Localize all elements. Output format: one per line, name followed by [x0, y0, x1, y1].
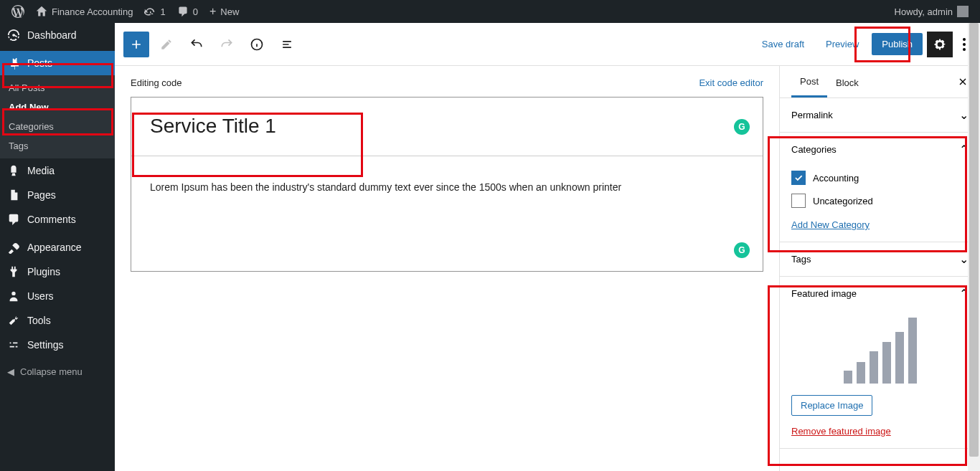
info-button[interactable] [244, 32, 270, 57]
update-icon [144, 6, 156, 17]
menu-appearance[interactable]: Appearance [0, 235, 115, 260]
close-panel-button[interactable] [957, 76, 969, 87]
pages-icon [7, 189, 22, 201]
media-icon [7, 164, 22, 177]
submenu-add-new[interactable]: Add New [0, 97, 115, 117]
comments-count: 0 [193, 6, 198, 17]
editor-main: Save draft Preview Publish Editing code … [115, 23, 980, 471]
collapse-label: Collapse menu [20, 366, 83, 377]
category-label: Uncategorized [813, 196, 873, 206]
info-icon [250, 37, 264, 52]
comment-icon [177, 6, 189, 17]
add-block-button[interactable] [123, 32, 149, 57]
post-title-input[interactable]: Service Title 1 G [131, 97, 763, 156]
grammarly-icon[interactable]: G [734, 119, 750, 135]
category-row: Uncategorized [791, 189, 969, 212]
svg-point-3 [963, 48, 966, 51]
tab-block[interactable]: Block [827, 67, 867, 97]
new-link[interactable]: + New [204, 0, 245, 23]
featured-image-section-header[interactable]: Featured image ⌃ [780, 277, 980, 310]
settings-panel: Post Block Permalink ⌄ Categories ⌃ [779, 66, 980, 471]
menu-comments[interactable]: Comments [0, 207, 115, 232]
collapse-menu[interactable]: ◀ Collapse menu [0, 361, 115, 383]
category-row: Accounting [791, 166, 969, 189]
menu-dashboard-label: Dashboard [27, 29, 77, 41]
featured-image-body: Replace Image Remove featured image [780, 310, 980, 448]
categories-label: Categories [791, 144, 837, 155]
menu-tools[interactable]: Tools [0, 308, 115, 333]
comments-link[interactable]: 0 [171, 0, 204, 23]
admin-sidebar: Dashboard Posts All Posts Add New Catego… [0, 23, 115, 471]
menu-settings[interactable]: Settings [0, 333, 115, 357]
publish-button[interactable]: Publish [872, 33, 923, 55]
menu-settings-label: Settings [27, 339, 64, 351]
comments-icon [7, 213, 22, 226]
redo-button[interactable] [214, 32, 240, 57]
category-label: Accounting [813, 173, 859, 184]
preview-button[interactable]: Preview [817, 33, 867, 55]
tags-section-header[interactable]: Tags ⌄ [780, 242, 980, 276]
svg-point-1 [963, 38, 966, 41]
post-content-text: Lorem Ipsum has been the industry's stan… [150, 181, 621, 193]
menu-posts[interactable]: Posts [0, 51, 115, 75]
category-checkbox-uncategorized[interactable] [791, 194, 806, 208]
categories-body: Accounting Uncategorized Add New Categor… [780, 166, 980, 242]
scrollbar-thumb[interactable] [969, 23, 979, 457]
wp-logo[interactable] [6, 0, 30, 23]
featured-image-preview[interactable] [791, 310, 969, 395]
new-label: New [220, 6, 239, 17]
menu-pages[interactable]: Pages [0, 183, 115, 207]
menu-plugins[interactable]: Plugins [0, 260, 115, 284]
post-content-input[interactable]: Lorem Ipsum has been the industry's stan… [131, 156, 763, 271]
submenu-posts: All Posts Add New Categories Tags [0, 75, 115, 158]
submenu-all-posts[interactable]: All Posts [0, 78, 115, 97]
check-icon [793, 173, 804, 183]
avatar [957, 6, 969, 17]
howdy-link[interactable]: Howdy, admin [889, 0, 974, 23]
menu-media[interactable]: Media [0, 158, 115, 183]
pin-icon [7, 57, 22, 70]
site-name-link[interactable]: Finance Accounting [30, 0, 138, 23]
appearance-icon [7, 241, 22, 254]
settings-toggle-button[interactable] [927, 32, 953, 57]
permalink-section-header[interactable]: Permalink ⌄ [780, 98, 980, 132]
collapse-icon: ◀ [7, 366, 14, 377]
menu-comments-label: Comments [27, 214, 76, 225]
scrollbar-track [968, 23, 980, 471]
more-vertical-icon [963, 38, 966, 51]
close-icon [957, 76, 969, 87]
submenu-tags[interactable]: Tags [0, 136, 115, 156]
plus-icon: + [209, 5, 216, 18]
redo-icon [220, 37, 234, 52]
remove-featured-image-link[interactable]: Remove featured image [791, 426, 891, 437]
category-checkbox-accounting[interactable] [791, 171, 806, 185]
post-title-text: Service Title 1 [150, 115, 276, 137]
settings-icon [7, 338, 22, 351]
dashboard-icon [7, 29, 22, 42]
replace-image-button[interactable]: Replace Image [791, 395, 872, 416]
grammarly-icon[interactable]: G [734, 242, 750, 258]
add-category-link[interactable]: Add New Category [791, 219, 870, 230]
exit-code-editor-link[interactable]: Exit code editor [699, 77, 763, 88]
editing-code-label: Editing code [131, 77, 182, 88]
menu-appearance-label: Appearance [27, 242, 82, 253]
menu-dashboard[interactable]: Dashboard [0, 23, 115, 47]
save-draft-button[interactable]: Save draft [753, 33, 813, 55]
bar-chart-icon [844, 318, 917, 384]
tags-label: Tags [791, 254, 811, 265]
outline-button[interactable] [274, 32, 300, 57]
categories-section-header[interactable]: Categories ⌃ [780, 133, 980, 166]
menu-users[interactable]: Users [0, 284, 115, 308]
code-editor-area: Service Title 1 G Lorem Ipsum has been t… [131, 97, 763, 272]
menu-tools-label: Tools [27, 315, 51, 326]
tab-post[interactable]: Post [791, 66, 827, 97]
undo-button[interactable] [184, 32, 209, 57]
updates-link[interactable]: 1 [138, 0, 171, 23]
edit-mode-button[interactable] [154, 32, 179, 57]
howdy-text: Howdy, admin [895, 6, 953, 17]
submenu-categories[interactable]: Categories [0, 117, 115, 136]
undo-icon [189, 37, 204, 52]
pencil-icon [160, 38, 173, 51]
featured-image-label: Featured image [791, 288, 857, 299]
home-icon [36, 6, 47, 17]
